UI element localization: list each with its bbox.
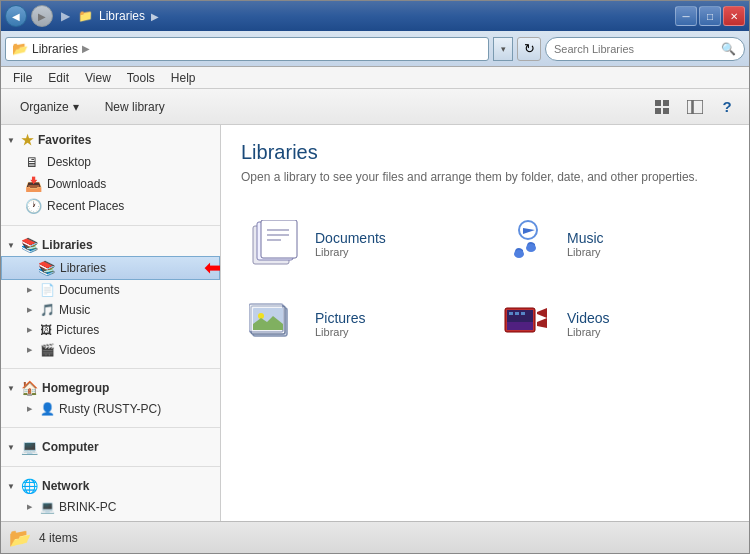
libraries-icon-selected: 📚 (38, 260, 56, 276)
sidebar-item-recent-places[interactable]: 🕐 Recent Places (1, 195, 220, 217)
network-section: ▼ 🌐 Network ▶ 💻 BRINK-PC (1, 471, 220, 521)
music-label: Music (59, 303, 90, 317)
homegroup-label: Homegroup (42, 381, 109, 395)
menu-edit[interactable]: Edit (40, 69, 77, 87)
documents-label: Documents (59, 283, 120, 297)
sidebar-item-brink[interactable]: ▶ 💻 BRINK-PC (1, 497, 220, 517)
search-icon[interactable]: 🔍 (721, 42, 736, 56)
network-icon: 🌐 (21, 478, 38, 494)
svg-rect-23 (509, 312, 513, 315)
menu-view[interactable]: View (77, 69, 119, 87)
svg-rect-8 (261, 220, 297, 258)
sidebar-item-pictures[interactable]: ▶ 🖼 Pictures (1, 320, 220, 340)
favorites-section: ▼ ★ Favorites 🖥 Desktop 📥 Downloads 🕐 Re… (1, 125, 220, 221)
content-subtitle: Open a library to see your files and arr… (241, 170, 729, 184)
svg-point-14 (526, 244, 536, 252)
organize-button[interactable]: Organize ▾ (9, 93, 90, 121)
videos-library-name: Videos (567, 310, 610, 326)
computer-header[interactable]: ▼ 💻 Computer (1, 436, 220, 458)
pictures-label: Pictures (56, 323, 99, 337)
breadcrumb-separator: ▶ (61, 9, 70, 23)
view-options-button[interactable] (649, 93, 677, 121)
sidebar-item-music[interactable]: ▶ 🎵 Music (1, 300, 220, 320)
address-bar: 📂 Libraries ▶ ▾ ↻ 🔍 (1, 31, 749, 67)
library-item-pictures[interactable]: Pictures Library (241, 292, 477, 356)
documents-library-type: Library (315, 246, 386, 258)
sidebar-item-desktop[interactable]: 🖥 Desktop (1, 151, 220, 173)
status-bar: 📂 4 items (1, 521, 749, 553)
forward-button[interactable]: ▶ (31, 5, 53, 27)
new-library-button[interactable]: New library (94, 93, 176, 121)
brink-expand-icon: ▶ (27, 503, 32, 511)
documents-library-icon (249, 220, 303, 268)
music-library-type: Library (567, 246, 604, 258)
toggle-pane-button[interactable] (681, 93, 709, 121)
sidebar-item-videos[interactable]: ▶ 🎬 Videos (1, 340, 220, 360)
svg-rect-2 (655, 108, 661, 114)
music-expand-icon: ▶ (27, 306, 32, 314)
recent-places-label: Recent Places (47, 199, 124, 213)
pictures-library-name: Pictures (315, 310, 366, 326)
help-button[interactable]: ? (713, 93, 741, 121)
network-triangle: ▼ (7, 482, 17, 491)
window-controls: ─ □ ✕ (675, 6, 745, 26)
libraries-selected-label: Libraries (60, 261, 106, 275)
videos-expand-icon: ▶ (27, 346, 32, 354)
network-header[interactable]: ▼ 🌐 Network (1, 475, 220, 497)
organize-label: Organize (20, 100, 69, 114)
address-path[interactable]: 📂 Libraries ▶ (5, 37, 489, 61)
sidebar-item-documents[interactable]: ▶ 📄 Documents (1, 280, 220, 300)
library-item-music[interactable]: Music Library (493, 212, 729, 276)
homegroup-header[interactable]: ▼ 🏠 Homegroup (1, 377, 220, 399)
documents-library-name: Documents (315, 230, 386, 246)
svg-rect-1 (663, 100, 669, 106)
computer-icon: 💻 (21, 439, 38, 455)
sidebar-item-libraries-selected[interactable]: 📚 Libraries (1, 256, 220, 280)
recent-places-icon: 🕐 (25, 198, 43, 214)
documents-library-info: Documents Library (315, 230, 386, 258)
videos-label: Videos (59, 343, 95, 357)
main-area: ▼ ★ Favorites 🖥 Desktop 📥 Downloads 🕐 Re… (1, 125, 749, 521)
menu-file[interactable]: File (5, 69, 40, 87)
back-button[interactable]: ◀ (5, 5, 27, 27)
menu-help[interactable]: Help (163, 69, 204, 87)
sidebar-item-downloads[interactable]: 📥 Downloads (1, 173, 220, 195)
brink-label: BRINK-PC (59, 500, 116, 514)
status-count: 4 items (39, 531, 78, 545)
maximize-button[interactable]: □ (699, 6, 721, 26)
library-item-videos[interactable]: Videos Library (493, 292, 729, 356)
rusty-user-icon: 👤 (40, 402, 55, 416)
menu-bar: File Edit View Tools Help (1, 67, 749, 89)
videos-library-icon (501, 300, 555, 348)
favorites-triangle: ▼ (7, 136, 17, 145)
address-path-arrow: ▶ (82, 43, 90, 54)
address-dropdown-button[interactable]: ▾ (493, 37, 513, 61)
homegroup-triangle: ▼ (7, 384, 17, 393)
sidebar-item-rusty[interactable]: ▶ 👤 Rusty (RUSTY-PC) (1, 399, 220, 419)
svg-rect-4 (687, 100, 692, 114)
libraries-folder-icon: 📚 (21, 237, 38, 253)
documents-expand-icon: ▶ (27, 286, 32, 294)
computer-label: Computer (42, 440, 99, 454)
menu-tools[interactable]: Tools (119, 69, 163, 87)
search-input[interactable] (554, 43, 717, 55)
refresh-button[interactable]: ↻ (517, 37, 541, 61)
minimize-button[interactable]: ─ (675, 6, 697, 26)
title-bar-left: ◀ ▶ ▶ 📁 Libraries ▶ (5, 5, 675, 27)
homegroup-section: ▼ 🏠 Homegroup ▶ 👤 Rusty (RUSTY-PC) (1, 373, 220, 423)
homegroup-icon: 🏠 (21, 380, 38, 396)
content-title: Libraries (241, 141, 729, 164)
brink-pc-icon: 💻 (40, 500, 55, 514)
music-library-name: Music (567, 230, 604, 246)
videos-icon: 🎬 (40, 343, 55, 357)
close-button[interactable]: ✕ (723, 6, 745, 26)
favorites-header[interactable]: ▼ ★ Favorites (1, 129, 220, 151)
music-library-info: Music Library (567, 230, 604, 258)
breadcrumb-home: Libraries (99, 9, 145, 23)
videos-library-info: Videos Library (567, 310, 610, 338)
libraries-header[interactable]: ▼ 📚 Libraries (1, 234, 220, 256)
svg-rect-3 (663, 108, 669, 114)
music-icon: 🎵 (40, 303, 55, 317)
library-item-documents[interactable]: Documents Library (241, 212, 477, 276)
libraries-triangle: ▼ (7, 241, 17, 250)
